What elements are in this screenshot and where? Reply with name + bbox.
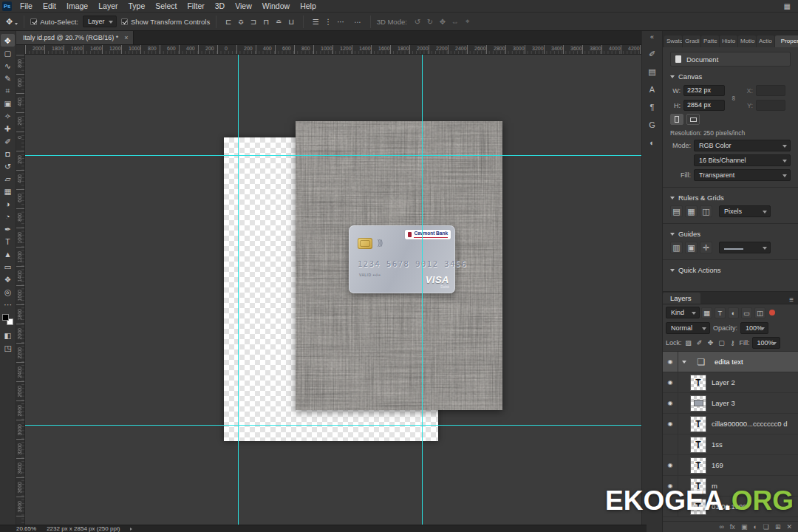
document-tab[interactable]: Italy id.psd @ 20.7% (RGB/16) * ×	[16, 31, 134, 44]
adjustment-filter-icon[interactable]: ◐	[728, 307, 739, 318]
show-transform-checkbox[interactable]: Show Transform Controls	[121, 18, 210, 26]
path-selection-tool[interactable]: ▲	[1, 248, 15, 260]
width-input[interactable]: 2232 px	[683, 85, 725, 96]
3d-orbit-icon[interactable]: ↺	[412, 16, 423, 27]
distribute-vertical-icon[interactable]: ☰	[310, 16, 321, 27]
menu-item-view[interactable]: View	[230, 0, 257, 13]
smart-object-filter-icon[interactable]: ◫	[754, 307, 765, 318]
history-brush-tool[interactable]: ↺	[1, 160, 15, 172]
color-mode-dropdown[interactable]: RGB Color	[694, 140, 791, 151]
close-tab-icon[interactable]: ×	[124, 34, 128, 41]
text-layer-thumbnail[interactable]: T	[690, 375, 706, 391]
3d-roll-icon[interactable]: ↻	[424, 16, 436, 27]
eyedropper-tool[interactable]: ✧	[1, 109, 15, 122]
layer-row[interactable]: T1ss	[663, 434, 798, 455]
guide-style-dropdown[interactable]	[719, 242, 771, 253]
panel-tab-properties[interactable]: Properties	[775, 35, 798, 47]
link-layers-icon[interactable]: ∞	[719, 523, 723, 531]
text-layer-thumbnail[interactable]: T	[690, 437, 706, 453]
guide-horizontal[interactable]	[25, 425, 641, 426]
quick-selection-tool[interactable]: ✎	[1, 72, 15, 84]
snap-icon[interactable]: ◫	[700, 205, 712, 217]
zoom-level[interactable]: 20.65%	[16, 525, 36, 532]
shape-tool[interactable]: ▭	[1, 260, 15, 273]
layer-style-icon[interactable]: fx	[730, 523, 735, 531]
filter-kind-dropdown[interactable]: Kind	[666, 307, 700, 318]
collapse-panels-icon[interactable]: «	[650, 33, 654, 44]
layer-row[interactable]: ◉Layer 3	[663, 393, 798, 414]
3d-pan-icon[interactable]: ✥	[437, 16, 449, 27]
clear-guides-icon[interactable]: ✛	[700, 242, 712, 253]
visibility-toggle[interactable]: ◉	[663, 393, 678, 413]
align-bottom-edges-icon[interactable]: ⊔	[285, 16, 297, 27]
move-tool[interactable]: ✥	[1, 34, 15, 47]
ruler-top[interactable]: 2000180016001400120010008006004002000200…	[25, 45, 641, 55]
foreground-color-swatch[interactable]	[2, 314, 9, 321]
canvas-fill-dropdown[interactable]: Transparent	[694, 169, 791, 181]
lock-pixels-icon[interactable]: ✐	[695, 339, 704, 347]
text-layer-thumbnail[interactable]: T	[690, 416, 706, 432]
panel-tab-patte[interactable]: Patte	[701, 35, 719, 47]
paragraph-panel-icon[interactable]: ¶	[645, 100, 660, 115]
lasso-tool[interactable]: ∿	[1, 59, 15, 72]
glyphs-panel-icon[interactable]: G	[645, 117, 660, 132]
workspace-icon[interactable]: ▦	[777, 2, 798, 10]
lock-position-icon[interactable]: ✥	[706, 339, 715, 347]
align-top-edges-icon[interactable]: ⊓	[260, 16, 272, 27]
section-quick-actions[interactable]: Quick Actions	[670, 266, 791, 274]
menu-item-type[interactable]: Type	[123, 0, 150, 13]
guide-horizontal[interactable]	[25, 155, 641, 156]
screen-mode-icon[interactable]: ◳	[1, 341, 15, 354]
zoom-tool[interactable]: ◎	[1, 285, 15, 298]
new-layer-icon[interactable]: ⊞	[775, 523, 781, 531]
toggle-rulers-icon[interactable]: ▤	[670, 205, 683, 217]
align-middles-icon[interactable]: ≏	[273, 16, 284, 27]
text-layer-thumbnail[interactable]: T	[690, 457, 706, 474]
layer-row[interactable]: ◉T169	[663, 455, 798, 476]
pen-tool[interactable]: ✒	[1, 222, 15, 235]
visibility-toggle[interactable]: ◉	[663, 414, 678, 434]
panel-tab-motio[interactable]: Motio	[738, 35, 756, 47]
app-logo[interactable]: Ps	[2, 1, 12, 11]
visibility-toggle[interactable]: ◉	[663, 455, 678, 475]
menu-item-window[interactable]: Window	[257, 0, 295, 13]
layer-filter-toggle[interactable]	[769, 310, 775, 316]
auto-select-target-dropdown[interactable]: Layer	[83, 16, 117, 27]
color-swatches[interactable]	[2, 314, 13, 325]
eraser-tool[interactable]: ▱	[1, 172, 15, 185]
edit-toolbar-icon[interactable]: ⋯	[1, 298, 15, 310]
menu-item-help[interactable]: Help	[295, 0, 321, 13]
current-tool-preset[interactable]: ✥	[6, 17, 18, 27]
panel-tab-gradi[interactable]: Gradi	[683, 35, 700, 47]
guide-vertical[interactable]	[238, 55, 239, 525]
shape-filter-icon[interactable]: ▭	[741, 307, 752, 318]
layer-row[interactable]: ◉TLayer 2	[663, 372, 798, 393]
visibility-toggle[interactable]: ◉	[663, 372, 678, 392]
credit-card-image[interactable]: ))) Cavmont Bank 1234 5678 9012 3456 VAL…	[349, 225, 455, 293]
distribute-horizontal-icon[interactable]: ⋮	[322, 16, 334, 27]
panel-tab-actio[interactable]: Actio	[757, 35, 774, 47]
new-group-icon[interactable]: ❏	[763, 523, 769, 531]
layer-row[interactable]: ◉Tcilla900000...ccccccc0 d	[663, 414, 798, 434]
type-tool[interactable]: T	[1, 235, 15, 248]
layer-row[interactable]: ◉❏edita text	[663, 352, 798, 372]
height-input[interactable]: 2854 px	[683, 100, 725, 111]
layer-fill-dropdown[interactable]: 100%	[752, 337, 780, 349]
pixel-filter-icon[interactable]: ▦	[701, 307, 712, 318]
menu-item-edit[interactable]: Edit	[38, 0, 61, 13]
delete-layer-icon[interactable]: ✕	[786, 523, 792, 531]
brush-tool[interactable]: ✐	[1, 134, 15, 147]
clone-stamp-tool[interactable]: ◘	[1, 147, 15, 160]
section-canvas[interactable]: Canvas	[670, 72, 791, 81]
opacity-dropdown[interactable]: 100%	[740, 322, 768, 334]
ruler-origin-corner[interactable]	[16, 45, 25, 55]
lock-artboard-icon[interactable]: ▢	[717, 339, 726, 347]
panel-tab-swatc[interactable]: Swatc	[664, 35, 682, 47]
menu-item-image[interactable]: Image	[61, 0, 93, 13]
hand-tool[interactable]: ❖	[1, 273, 15, 285]
adjustments-panel-icon[interactable]: ◐	[645, 135, 660, 150]
guide-layout-icon[interactable]: ▣	[685, 242, 698, 253]
align-centers-h-icon[interactable]: ≎	[235, 16, 247, 27]
menu-item-select[interactable]: Select	[150, 0, 182, 13]
section-rulers-grids[interactable]: Rulers & Grids	[670, 194, 791, 202]
